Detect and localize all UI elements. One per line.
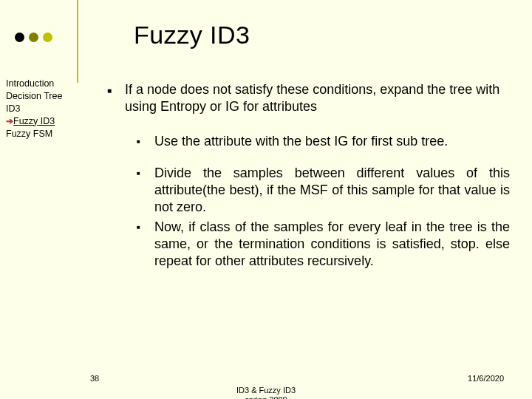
outline-item-fuzzy-id3: ➔Fuzzy ID3 <box>6 115 79 128</box>
outline-item-id3: ID3 <box>6 103 79 115</box>
footer-center: ID3 & Fuzzy ID3 spring 2009 <box>0 386 532 399</box>
slide-title: Fuzzy ID3 <box>134 21 250 50</box>
bullet-mark-icon: ■ <box>137 133 154 150</box>
sub-bullet-text: Now, if class of the samples for every l… <box>154 219 510 270</box>
footer-subtitle: spring 2009 <box>245 395 287 399</box>
bullet-mark-icon: ■ <box>137 165 154 216</box>
sub-bullet: ■ Now, if class of the samples for every… <box>137 219 510 270</box>
sub-bullet-text: Use the attribute with the best IG for f… <box>154 133 510 150</box>
footer-date: 11/6/2020 <box>468 374 504 383</box>
content-area: ■ If a node does not satisfy these condi… <box>85 78 532 284</box>
slide-header: Fuzzy ID3 <box>0 0 532 50</box>
dot-icon <box>15 33 24 42</box>
outline-item-introduction: Introduction <box>6 78 79 90</box>
decorative-dots <box>15 33 52 42</box>
footer-title: ID3 & Fuzzy ID3 <box>236 386 296 395</box>
slide-body: Introduction Decision Tree ID3 ➔Fuzzy ID… <box>0 78 532 284</box>
arrow-right-icon: ➔ <box>6 116 13 126</box>
sub-bullet: ■ Divide the samples between different v… <box>137 165 510 216</box>
bullet-mark-icon: ■ <box>137 219 154 270</box>
outline-item-fuzzy-fsm: Fuzzy FSM <box>6 128 79 140</box>
sub-bullet: ■ Use the attribute with the best IG for… <box>137 133 510 150</box>
outline-item-decision-tree: Decision Tree <box>6 90 79 103</box>
dot-icon <box>43 33 52 42</box>
sub-bullet-text: Divide the samples between different val… <box>154 165 510 216</box>
dot-icon <box>29 33 38 42</box>
bullet-main: ■ If a node does not satisfy these condi… <box>107 81 510 115</box>
bullet-mark-icon: ■ <box>107 81 125 115</box>
outline-sidebar: Introduction Decision Tree ID3 ➔Fuzzy ID… <box>0 78 85 284</box>
outline-item-label: Fuzzy ID3 <box>13 116 55 126</box>
bullet-text: If a node does not satisfy these conditi… <box>125 81 510 115</box>
sub-bullet-list: ■ Use the attribute with the best IG for… <box>137 133 510 270</box>
vertical-rule <box>77 0 78 83</box>
page-number: 38 <box>90 374 99 383</box>
